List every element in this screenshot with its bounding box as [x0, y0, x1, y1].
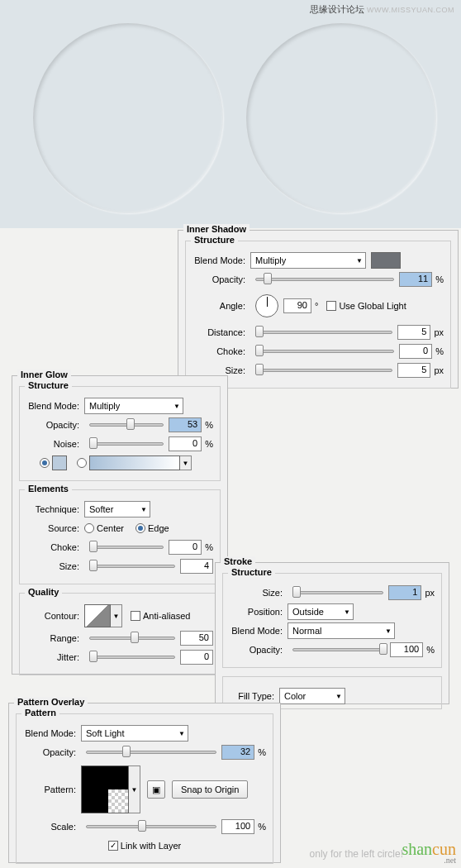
anti-aliased-checkbox[interactable] [131, 611, 140, 621]
chevron-down-icon: ▼ [140, 506, 147, 513]
distance-input[interactable]: 5 [397, 325, 430, 340]
distance-slider[interactable] [255, 327, 392, 338]
panel-title: Inner Shadow [183, 224, 250, 234]
opacity-label: Opacity: [23, 747, 81, 757]
structure-legend: Structure [228, 567, 275, 577]
source-center-label: Center [97, 523, 124, 533]
source-edge-label: Edge [148, 523, 169, 533]
contour-arrow[interactable]: ▼ [111, 604, 122, 627]
size-input[interactable]: 5 [397, 363, 430, 378]
structure-legend: Structure [25, 380, 72, 390]
opacity-slider[interactable] [255, 274, 394, 285]
choke-slider[interactable] [89, 541, 164, 553]
chevron-down-icon: ▼ [178, 730, 185, 737]
inner-shadow-panel: Inner Shadow Structure Blend Mode: Multi… [178, 230, 459, 389]
chevron-down-icon: ▼ [385, 627, 392, 635]
quality-legend: Quality [25, 587, 62, 597]
size-label: Size: [26, 561, 84, 571]
pattern-swatch[interactable] [81, 765, 129, 813]
distance-label: Distance: [192, 327, 250, 337]
panel-title: Pattern Overlay [14, 697, 88, 707]
blend-mode-dropdown[interactable]: Multiply▼ [84, 398, 183, 414]
fill-type-dropdown[interactable]: Color▼ [279, 688, 345, 704]
angle-label: Angle: [192, 301, 250, 311]
opacity-unit: % [435, 274, 444, 284]
blend-mode-dropdown[interactable]: Soft Light▼ [81, 725, 188, 742]
chevron-down-icon: ▼ [335, 693, 342, 700]
size-unit: px [434, 365, 444, 375]
anti-aliased-label: Anti-aliased [143, 611, 190, 621]
jitter-label: Jitter: [26, 652, 84, 662]
position-label: Position: [230, 607, 288, 617]
angle-dial[interactable] [255, 294, 278, 317]
range-slider[interactable] [89, 632, 175, 644]
preview-area: 思缘设计论坛 WWW.MISSYUAN.COM [0, 0, 461, 228]
snap-to-origin-button[interactable]: Snap to Origin [172, 780, 248, 799]
jitter-input[interactable]: 0 [180, 650, 213, 665]
source-center-radio[interactable] [84, 523, 94, 533]
opacity-input[interactable]: 11 [399, 272, 432, 287]
size-slider[interactable] [292, 587, 383, 599]
shadow-color-swatch[interactable] [371, 252, 401, 269]
inner-glow-panel: Inner Glow Structure Blend Mode: Multipl… [12, 375, 228, 675]
angle-input[interactable]: 90 [283, 298, 311, 313]
use-global-light-label: Use Global Light [339, 301, 406, 311]
glow-color-swatch[interactable] [52, 455, 67, 470]
size-input[interactable]: 4 [180, 559, 213, 574]
panel-title: Inner Glow [17, 370, 71, 379]
contour-swatch[interactable] [84, 604, 111, 627]
opacity-input[interactable]: 100 [390, 642, 423, 657]
choke-input[interactable]: 0 [399, 344, 432, 359]
opacity-label: Opacity: [230, 645, 288, 655]
blend-mode-dropdown[interactable]: Multiply▼ [250, 252, 366, 269]
size-slider[interactable] [255, 365, 392, 376]
pattern-arrow[interactable]: ▼ [129, 765, 140, 813]
watermark-url: WWW.MISSYUAN.COM [367, 6, 454, 14]
gradient-swatch[interactable] [89, 455, 180, 470]
pattern-legend: Pattern [21, 708, 59, 718]
opacity-label: Opacity: [26, 420, 84, 430]
choke-unit: % [435, 346, 444, 356]
range-input[interactable]: 50 [180, 631, 213, 646]
stroke-panel: Stroke Structure Size: 1 px Position: Ou… [215, 562, 449, 704]
scale-label: Scale: [23, 822, 81, 832]
scale-input[interactable]: 100 [221, 819, 254, 834]
new-preset-icon[interactable]: ▣ [147, 780, 165, 799]
size-input[interactable]: 1 [388, 585, 421, 600]
choke-input[interactable]: 0 [169, 540, 202, 555]
opacity-input[interactable]: 53 [169, 417, 202, 432]
opacity-label: Opacity: [192, 274, 250, 284]
choke-slider[interactable] [255, 346, 394, 357]
right-circle [246, 23, 436, 213]
size-label: Size: [230, 588, 288, 598]
chevron-down-icon: ▼ [356, 257, 363, 265]
gradient-radio[interactable] [77, 458, 87, 468]
opacity-input[interactable]: 32 [221, 745, 254, 760]
source-edge-radio[interactable] [135, 523, 145, 533]
use-global-light-checkbox[interactable] [326, 301, 336, 311]
noise-input[interactable]: 0 [169, 436, 202, 451]
gradient-picker-arrow[interactable]: ▼ [180, 455, 192, 470]
range-label: Range: [26, 633, 84, 643]
solid-color-radio[interactable] [40, 458, 50, 468]
angle-unit: ° [315, 301, 318, 311]
watermark-cn: 思缘设计论坛 [310, 4, 364, 14]
technique-dropdown[interactable]: Softer▼ [84, 501, 150, 517]
opacity-slider[interactable] [86, 746, 216, 758]
blend-mode-dropdown[interactable]: Normal▼ [288, 622, 395, 639]
opacity-slider[interactable] [89, 419, 164, 431]
link-with-layer-label: Link with Layer [121, 841, 181, 851]
jitter-slider[interactable] [89, 651, 175, 663]
position-dropdown[interactable]: Outside▼ [288, 603, 354, 620]
noise-label: Noise: [26, 439, 84, 449]
link-with-layer-checkbox[interactable] [108, 841, 118, 851]
size-slider[interactable] [89, 560, 175, 572]
scale-slider[interactable] [86, 821, 216, 832]
noise-slider[interactable] [89, 438, 164, 450]
elements-legend: Elements [25, 484, 72, 494]
opacity-slider[interactable] [292, 644, 385, 656]
top-watermark: 思缘设计论坛 WWW.MISSYUAN.COM [310, 3, 454, 16]
choke-label: Choke: [26, 542, 84, 552]
pattern-overlay-panel: Pattern Overlay Pattern Blend Mode: Soft… [8, 703, 281, 863]
size-label: Size: [192, 365, 250, 375]
